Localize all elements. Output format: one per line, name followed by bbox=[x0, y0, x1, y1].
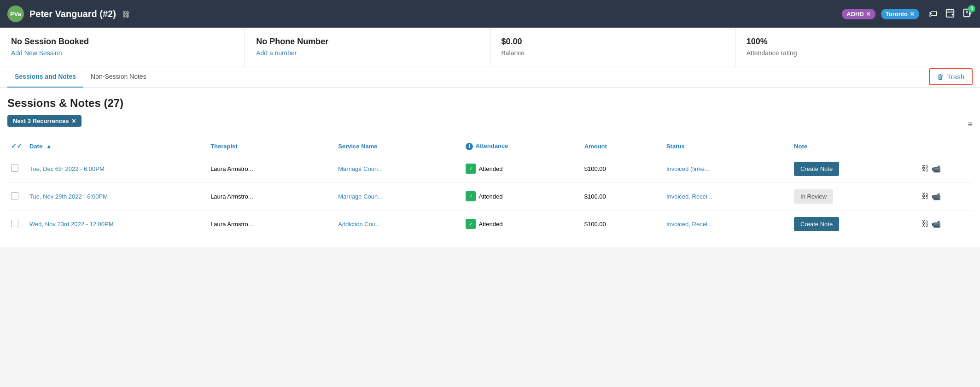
stat-phone: No Phone Number Add a number bbox=[245, 28, 490, 66]
row2-in-review-button[interactable]: In Review bbox=[794, 189, 833, 204]
tab-sessions-notes[interactable]: Sessions and Notes bbox=[7, 66, 83, 88]
header-icons: 🏷 0 bbox=[928, 8, 973, 20]
sort-asc-icon: ▲ bbox=[46, 143, 52, 150]
add-number-link[interactable]: Add a number bbox=[256, 49, 478, 57]
row1-date[interactable]: Tue, Dec 6th 2022 - 6:00PM bbox=[26, 155, 207, 182]
row3-checkbox[interactable] bbox=[11, 220, 18, 227]
col-header-service[interactable]: Service Name bbox=[334, 138, 462, 155]
avatar: PVa bbox=[7, 6, 24, 22]
row2-attendance: ✓ Attended bbox=[462, 182, 580, 210]
row1-note-button-cell[interactable]: Create Note bbox=[790, 155, 918, 182]
row3-link-icon[interactable]: ⛓ bbox=[922, 220, 929, 228]
check-all-icon[interactable]: ✓✓ bbox=[11, 142, 22, 150]
row2-therapist: Laura Armstro... bbox=[207, 182, 334, 210]
main-content: Sessions & Notes (27) Next 3 Recurrences… bbox=[0, 88, 980, 247]
stat-balance-label: Balance bbox=[502, 49, 724, 57]
row2-video-icon[interactable]: 📹 bbox=[932, 192, 941, 201]
tag-adhd[interactable]: ADHD ✕ bbox=[842, 9, 875, 19]
row2-note-button-cell[interactable]: In Review bbox=[790, 182, 918, 210]
table-row: Wed, Nov 23rd 2022 - 12:00PM Laura Armst… bbox=[7, 210, 973, 238]
header: PVa Peter Vanguard (#2) ⛓ ADHD ✕ Toronto… bbox=[0, 0, 980, 28]
row1-attendance: ✓ Attended bbox=[462, 155, 580, 182]
row1-therapist: Laura Armstro... bbox=[207, 155, 334, 182]
svg-rect-0 bbox=[946, 9, 954, 17]
row1-create-note-button[interactable]: Create Note bbox=[794, 162, 839, 176]
stat-phone-title: No Phone Number bbox=[256, 37, 478, 47]
col-header-amount[interactable]: Amount bbox=[581, 138, 663, 155]
row1-service[interactable]: Marriage Coun... bbox=[334, 155, 462, 182]
tab-non-session-notes[interactable]: Non-Session Notes bbox=[83, 66, 154, 88]
col-header-date[interactable]: Date ▲ bbox=[26, 138, 207, 155]
row2-amount: $100.00 bbox=[581, 182, 663, 210]
row3-actions: ⛓ 📹 bbox=[918, 210, 973, 238]
row3-create-note-button[interactable]: Create Note bbox=[794, 217, 839, 231]
col-header-actions bbox=[918, 138, 973, 155]
row1-checkbox-cell[interactable] bbox=[7, 155, 26, 182]
row3-status[interactable]: Invoiced, Recei... bbox=[663, 210, 790, 238]
filter-tag-remove[interactable]: ✕ bbox=[71, 118, 76, 124]
col-header-therapist[interactable]: Therapist bbox=[207, 138, 334, 155]
row3-date[interactable]: Wed, Nov 23rd 2022 - 12:00PM bbox=[26, 210, 207, 238]
row1-link-icon[interactable]: ⛓ bbox=[922, 164, 929, 173]
col-header-attendance[interactable]: i Attendance bbox=[462, 138, 580, 155]
filter-tag-recurrences[interactable]: Next 3 Recurrences ✕ bbox=[7, 115, 82, 127]
row1-status[interactable]: Invoiced (linke... bbox=[663, 155, 790, 182]
stat-attendance: 100% Attendance rating bbox=[735, 28, 980, 66]
table-row: Tue, Nov 29th 2022 - 6:00PM Laura Armstr… bbox=[7, 182, 973, 210]
tag-toronto-remove[interactable]: ✕ bbox=[910, 11, 915, 18]
row3-amount: $100.00 bbox=[581, 210, 663, 238]
row2-checkbox[interactable] bbox=[11, 192, 18, 199]
filter-options-icon[interactable]: ≡ bbox=[968, 120, 973, 129]
add-new-session-link[interactable]: Add New Session bbox=[11, 49, 233, 57]
row3-note-button-cell[interactable]: Create Note bbox=[790, 210, 918, 238]
row2-status[interactable]: Invoiced, Recei... bbox=[663, 182, 790, 210]
row1-checkbox[interactable] bbox=[11, 164, 18, 172]
table-row: Tue, Dec 6th 2022 - 6:00PM Laura Armstro… bbox=[7, 155, 973, 182]
notification-badge: 0 bbox=[968, 5, 975, 12]
stat-attendance-label: Attendance rating bbox=[747, 49, 969, 57]
row1-actions: ⛓ 📹 bbox=[918, 155, 973, 182]
attendance-info-icon[interactable]: i bbox=[466, 143, 473, 150]
add-note-icon[interactable]: 0 bbox=[962, 8, 973, 20]
col-header-note[interactable]: Note bbox=[790, 138, 918, 155]
client-name: Peter Vanguard (#2) ⛓ bbox=[29, 9, 836, 19]
row3-video-icon[interactable]: 📹 bbox=[932, 220, 941, 229]
row1-video-icon[interactable]: 📹 bbox=[932, 164, 941, 173]
row1-amount: $100.00 bbox=[581, 155, 663, 182]
row3-checkbox-cell[interactable] bbox=[7, 210, 26, 238]
row2-checkbox-cell[interactable] bbox=[7, 182, 26, 210]
row2-date[interactable]: Tue, Nov 29th 2022 - 6:00PM bbox=[26, 182, 207, 210]
row2-actions: ⛓ 📹 bbox=[918, 182, 973, 210]
tag-toronto[interactable]: Toronto ✕ bbox=[881, 9, 919, 19]
tags-icon[interactable]: 🏷 bbox=[928, 9, 938, 19]
row3-attendance: ✓ Attended bbox=[462, 210, 580, 238]
stat-balance-title: $0.00 bbox=[502, 37, 724, 47]
calendar-icon[interactable] bbox=[945, 8, 955, 20]
stat-balance: $0.00 Balance bbox=[490, 28, 735, 66]
stat-session-title: No Session Booked bbox=[11, 37, 233, 47]
trash-button[interactable]: 🗑 Trash bbox=[929, 68, 973, 85]
tag-adhd-remove[interactable]: ✕ bbox=[866, 11, 871, 18]
section-title: Sessions & Notes (27) bbox=[7, 97, 973, 110]
attendance-check-icon: ✓ bbox=[466, 164, 476, 174]
row2-link-icon[interactable]: ⛓ bbox=[922, 192, 929, 200]
tabs-bar: Sessions and Notes Non-Session Notes 🗑 T… bbox=[0, 66, 980, 88]
row2-service[interactable]: Marriage Coun... bbox=[334, 182, 462, 210]
attendance-check-icon: ✓ bbox=[466, 191, 476, 201]
filter-row: Next 3 Recurrences ✕ ≡ bbox=[7, 115, 973, 134]
attendance-check-icon: ✓ bbox=[466, 219, 476, 229]
stats-row: No Session Booked Add New Session No Pho… bbox=[0, 28, 980, 66]
col-check-all[interactable]: ✓✓ bbox=[7, 138, 26, 155]
stat-session: No Session Booked Add New Session bbox=[0, 28, 245, 66]
row3-therapist: Laura Armstro... bbox=[207, 210, 334, 238]
col-header-status[interactable]: Status bbox=[663, 138, 790, 155]
sessions-table: ✓✓ Date ▲ Therapist Service Name i Atten… bbox=[7, 138, 973, 238]
row3-service[interactable]: Addiction Cou... bbox=[334, 210, 462, 238]
client-link-icon[interactable]: ⛓ bbox=[122, 11, 129, 18]
stat-attendance-title: 100% bbox=[747, 37, 969, 47]
trash-icon: 🗑 bbox=[937, 73, 944, 81]
